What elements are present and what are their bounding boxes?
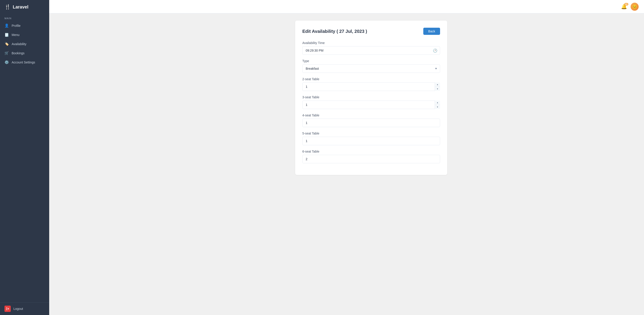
sidebar-label-profile: Profile [12,24,20,27]
menu-icon: 🗒️ [4,33,9,37]
avatar-icon: 😊 [632,4,637,9]
type-select[interactable]: Breakfast Lunch Dinner [302,64,440,73]
profile-icon: 👤 [4,23,9,28]
settings-icon: ⚙️ [4,60,9,64]
type-group: Type Breakfast Lunch Dinner ▼ [302,59,440,73]
notification-badge: 01 [624,3,628,5]
form-title: Edit Availability ( 27 Jul, 2023 ) [302,29,367,34]
four-seat-label: 4-seat Table [302,113,440,117]
sidebar-item-profile[interactable]: 👤 Profile [0,21,49,30]
back-button[interactable]: Back [423,28,440,35]
sidebar-item-bookings[interactable]: 🛒 Bookings [0,48,49,58]
two-seat-spinners: ▲ ▼ [435,82,440,91]
type-label: Type [302,59,440,63]
availability-time-label: Availability Time [302,41,440,45]
main-content: Edit Availability ( 27 Jul, 2023 ) Back … [98,13,644,315]
three-seat-increment[interactable]: ▲ [435,100,440,105]
app-title: Laravel [13,4,28,9]
logo-icon: 🍴 [4,4,10,10]
type-select-wrapper: Breakfast Lunch Dinner ▼ [302,64,440,73]
sidebar-item-account-settings[interactable]: ⚙️ Account Settings [0,58,49,67]
availability-time-group: Availability Time 🕐 [302,41,440,55]
sidebar-label-bookings: Bookings [12,51,24,55]
sidebar-label-availability: Availability [12,42,26,46]
notification-button[interactable]: 🔔 01 [621,4,627,9]
availability-time-input[interactable] [302,46,440,55]
edit-availability-card: Edit Availability ( 27 Jul, 2023 ) Back … [295,20,447,175]
sidebar-label-menu: Menu [12,33,20,37]
sidebar-section-main: Main [0,14,49,21]
five-seat-label: 5-seat Table [302,132,440,135]
availability-icon: 🏷️ [4,42,9,46]
five-seat-group: 5-seat Table [302,132,440,145]
three-seat-spinners: ▲ ▼ [435,100,440,109]
two-seat-input[interactable] [302,82,440,91]
four-seat-group: 4-seat Table [302,113,440,127]
six-seat-group: 6-seat Table [302,150,440,163]
sidebar-item-menu[interactable]: 🗒️ Menu [0,30,49,39]
two-seat-group: 2-seat Table ▲ ▼ [302,77,440,91]
logout-item[interactable]: Logout [0,302,49,315]
topbar: 🔔 01 😊 [49,0,644,13]
bookings-icon: 🛒 [4,51,9,55]
six-seat-input[interactable] [302,155,440,163]
three-seat-group: 3-seat Table ▲ ▼ [302,95,440,109]
three-seat-label: 3-seat Table [302,95,440,99]
sidebar-label-account-settings: Account Settings [12,60,35,64]
three-seat-wrapper: ▲ ▼ [302,100,440,109]
six-seat-label: 6-seat Table [302,150,440,153]
two-seat-label: 2-seat Table [302,77,440,81]
sidebar-item-availability[interactable]: 🏷️ Availability [0,39,49,48]
two-seat-decrement[interactable]: ▼ [435,87,440,91]
four-seat-input[interactable] [302,119,440,127]
two-seat-increment[interactable]: ▲ [435,82,440,87]
two-seat-wrapper: ▲ ▼ [302,82,440,91]
app-logo[interactable]: 🍴 Laravel [0,0,49,14]
logout-icon [4,306,11,312]
avatar[interactable]: 😊 [630,3,639,11]
time-input-wrapper: 🕐 [302,46,440,55]
logout-label: Logout [14,307,23,311]
three-seat-decrement[interactable]: ▼ [435,105,440,109]
sidebar: 🍴 Laravel Main 👤 Profile 🗒️ Menu 🏷️ Avai… [0,0,49,315]
form-header: Edit Availability ( 27 Jul, 2023 ) Back [302,28,440,35]
five-seat-input[interactable] [302,137,440,145]
three-seat-input[interactable] [302,100,440,109]
